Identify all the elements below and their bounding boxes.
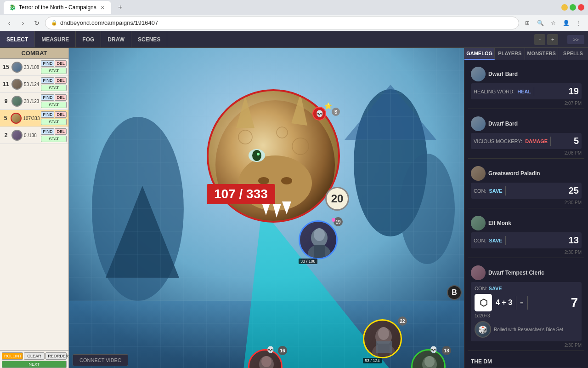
back-button[interactable]: ‹ [4,17,15,29]
tab-close-button[interactable]: ✕ [99,4,106,11]
close-button[interactable] [578,4,584,11]
del-btn-5[interactable]: DEL [55,128,67,135]
time-2: 2:08 PM [471,150,582,155]
roll-separator-2 [527,296,528,310]
stat-btn-3[interactable]: STAT [41,102,67,108]
action-name-3[interactable]: SAVE [489,188,503,194]
b-badge: B [447,285,462,300]
tab-gamelog[interactable]: GAMELOG [464,48,495,60]
avatar-dwarf-bard-2 [471,116,486,131]
scenes-tool-button[interactable]: SCENES [131,31,167,47]
character-name-3: Greatsword Paladin [488,170,540,177]
del-btn-4[interactable]: DEL [55,111,67,118]
del-btn-2[interactable]: DEL [55,77,67,84]
yellow-token[interactable] [363,319,402,358]
profile-button[interactable]: 👤 [560,17,571,29]
zoom-button[interactable]: 🔍 [535,17,546,29]
address-bar[interactable]: 🔒 dndbeyond.com/campaigns/1916407 [45,17,519,29]
log-entry-2: Dwarf Bard VICIOUS MOCKERY: DAMAGE 5 2:0… [468,114,584,159]
combat-item-1: 15 33 /108 FIND DEL STAT [0,59,68,76]
select-tool-button[interactable]: SELECT [0,31,35,47]
hp-info-5: 0 /138 [24,133,40,138]
gamelog-content: Dwarf Bard HEALING WORD: HEAL 19 2:07 PM [464,60,588,368]
character-name-2: Dwarf Bard [488,121,518,127]
action-name-4[interactable]: SAVE [489,238,503,243]
combat-item-5: 2 0 /138 FIND DEL STAT [0,127,68,144]
combat-item-3: 9 38 /123 FIND DEL STAT [0,93,68,110]
time-1: 2:07 PM [471,101,582,106]
del-btn-1[interactable]: DEL [55,60,67,67]
find-btn-3[interactable]: FIND [41,94,54,101]
fog-tool-button[interactable]: FOG [76,31,101,47]
separator-3 [505,186,506,196]
tab-monsters[interactable]: MONSTERS [525,48,558,60]
forward-button[interactable]: › [17,17,28,29]
connect-video-button[interactable]: CONNECT VIDEO [73,354,128,366]
action-name-1[interactable]: HEAL [517,89,531,94]
find-btn-4[interactable]: FIND [41,111,54,118]
reorder-button[interactable]: REORDER [45,352,67,360]
bookmark-button[interactable]: ☆ [548,17,559,29]
map-plus-button[interactable]: + [547,34,558,45]
action-prefix-1: HEALING WORD: [474,89,514,94]
dragon-hp-bar: 107 / 333 [207,184,275,204]
character-name-4: Elf Monk [488,220,511,226]
avatar-dwarf-bard-1 [471,67,486,81]
find-btn-2[interactable]: FIND [41,77,54,84]
browser-tab[interactable]: 🐉 Terror of the North - Campaigns ✕ [4,1,111,14]
blue-token[interactable] [299,220,338,259]
roll-dice-set-text: Rolled with Researcher's Dice Set [494,327,563,332]
stat-btn-5[interactable]: STAT [41,136,67,142]
draw-tool-button[interactable]: DRAW [101,31,131,47]
svg-point-67 [424,356,435,367]
stat-btn-4[interactable]: STAT [41,119,67,125]
action-name-2[interactable]: DAMAGE [525,138,548,144]
next-button[interactable]: NEXT [2,361,67,368]
clear-button[interactable]: CLEAR [24,352,45,360]
roll-save-link[interactable]: SAVE [489,286,502,291]
minimize-button[interactable] [561,4,568,11]
browser-nav: ‹ › ↻ 🔒 dndbeyond.com/campaigns/1916407 … [0,15,588,31]
initiative-3: 9 [2,98,10,104]
menu-button[interactable]: ⋮ [573,17,584,29]
avatar-2 [11,79,23,90]
stat-btn-2[interactable]: STAT [41,85,67,91]
skull-icon-red: 💀 [266,346,274,353]
measure-tool-button[interactable]: MEASURE [35,31,76,47]
toolbar: SELECT MEASURE FOG DRAW SCENES - + >> [0,31,588,48]
reload-button[interactable]: ↻ [31,17,42,29]
maximize-button[interactable] [570,4,576,11]
result-4: 13 [569,235,579,246]
svg-point-59 [378,327,389,340]
dice-set-icon: 🎲 [475,321,491,338]
find-btn-5[interactable]: FIND [41,128,54,135]
gamelog-scroll-container[interactable]: Dwarf Bard HEALING WORD: HEAL 19 2:07 PM [464,60,588,368]
green-token-initiative: 18 [442,346,451,355]
log-entry-5: Dwarf Tempest Cleric CON: SAVE ⬡ 4 + 3 [468,263,584,351]
tab-players[interactable]: PLAYERS [495,48,525,60]
hp-info-1: 33 /108 [24,65,40,70]
toolbar-right: - + [531,34,562,45]
dm-label: THE DM [471,358,582,365]
app-container: SELECT MEASURE FOG DRAW SCENES - + >> CO… [0,31,588,368]
extensions-button[interactable]: ⊞ [522,17,533,29]
svg-point-43 [252,150,261,161]
forward-arrow-button[interactable]: >> [567,35,584,44]
svg-point-44 [257,153,260,155]
stat-btn-1[interactable]: STAT [41,68,67,74]
blue-token-status [332,218,335,222]
browser-titlebar: 🐉 Terror of the North - Campaigns ✕ + [0,0,588,15]
new-tab-button[interactable]: + [115,2,126,13]
right-tabs: GAMELOG PLAYERS MONSTERS SPELLS [464,48,588,60]
find-btn-1[interactable]: FIND [41,60,54,67]
tab-spells[interactable]: SPELLS [558,48,588,60]
del-btn-3[interactable]: DEL [55,94,67,101]
roll-formula: 4 + 3 [496,299,512,307]
roll-dice-set-row: 🎲 Rolled with Researcher's Dice Set [475,321,578,338]
separator-1 [534,87,534,96]
result-2: 5 [574,136,579,146]
roll-separator [516,296,516,310]
map-area[interactable]: 💀 ⭐ S 107 / 333 20 33 / 108 19 [69,48,464,368]
rollint-button[interactable]: ROLLINT [2,352,23,360]
map-minus-button[interactable]: - [534,34,545,45]
